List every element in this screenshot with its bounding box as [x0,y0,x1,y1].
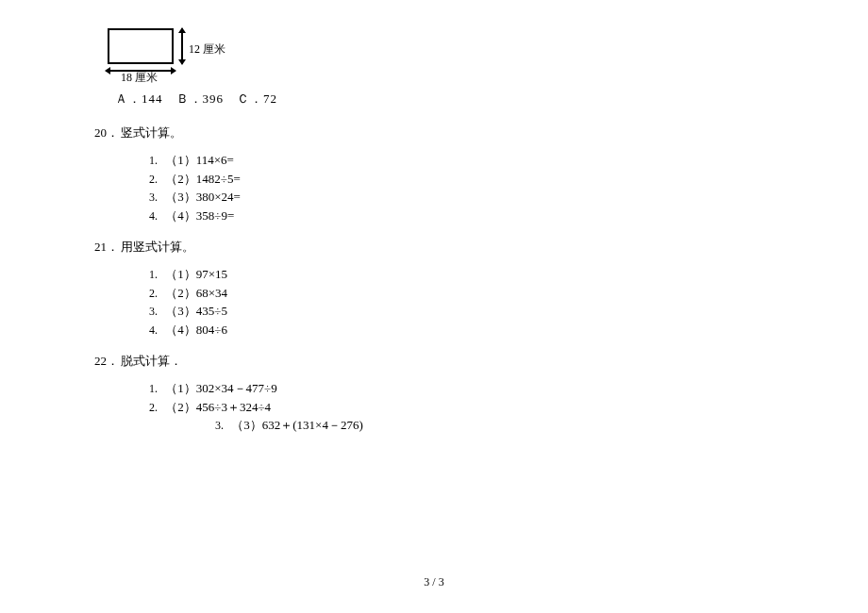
question-number: 20． [94,124,121,141]
rectangle-shape [108,28,174,64]
vertical-dimension-arrow [177,28,187,64]
rectangle-diagram: 12 厘米 18 厘米 [102,28,272,85]
question-number: 21． [94,239,121,256]
horizontal-dimension-label: 18 厘米 [121,70,158,86]
question-number: 22． [94,353,121,370]
list-item: 1. （1）302×34－477÷9 [149,379,774,398]
list-item: 3. （3）632＋(131×4－276) [215,416,774,435]
list-item: 1. （1）97×15 [149,265,774,284]
answer-options: Ａ．144 Ｂ．396 Ｃ．72 [115,91,774,108]
list-item: 2. （2）1482÷5= [149,170,774,189]
list-item: 4. （4）358÷9= [149,207,774,225]
list-item: 4. （4）804÷6 [149,321,774,340]
list-item: 2. （2）456÷3＋324÷4 [149,398,774,417]
list-item: 3. （3）435÷5 [149,302,774,321]
list-item: 2. （2）68×34 [149,284,774,303]
question-title: 用竖式计算。 [121,240,194,254]
vertical-dimension-label: 12 厘米 [189,41,225,58]
question-21: 21．用竖式计算。 1. （1）97×15 2. （2）68×34 3. （3）… [94,239,774,339]
list-item: 1. （1）114×6= [149,151,774,170]
question-22: 22．脱式计算． 1. （1）302×34－477÷9 2. （2）456÷3＋… [94,353,774,435]
list-item: 3. （3）380×24= [149,188,774,207]
question-20: 20．竖式计算。 1. （1）114×6= 2. （2）1482÷5= 3. （… [94,124,774,224]
page-number-footer: 3 / 3 [0,575,868,589]
question-title: 脱式计算． [121,354,182,368]
question-title: 竖式计算。 [121,125,182,140]
